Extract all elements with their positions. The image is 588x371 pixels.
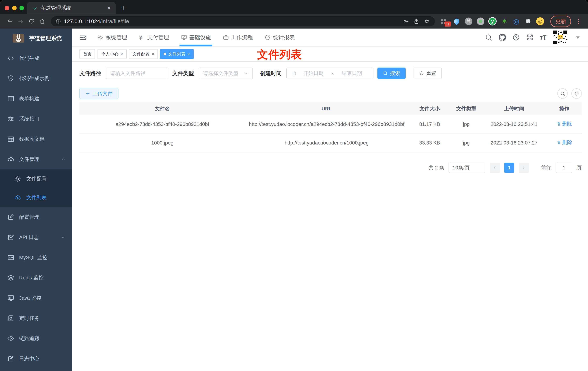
font-size-icon[interactable]: тT bbox=[540, 34, 546, 41]
back-icon[interactable] bbox=[5, 17, 14, 26]
sidebar-item[interactable]: API 日志 bbox=[0, 227, 72, 247]
sidebar-item[interactable]: MySQL 监控 bbox=[0, 247, 72, 268]
browser-window: 芋道管理系统 × + 127.0.0.1:1024/infra/file/fil… bbox=[0, 0, 588, 371]
home-icon[interactable] bbox=[38, 17, 47, 26]
page-content: 文件路径 文件类型 请选择文件类型 创建时间 开始日期 - 结束日期 bbox=[72, 62, 588, 371]
date-range-picker[interactable]: 开始日期 - 结束日期 bbox=[286, 68, 373, 79]
sidebar-item[interactable]: 链路追踪 bbox=[0, 328, 72, 349]
sidebar-item-label: 日志中心 bbox=[19, 355, 72, 362]
refresh-icon bbox=[574, 91, 579, 96]
tag-close-icon[interactable]: × bbox=[151, 52, 154, 56]
top-nav-item[interactable]: 工作流程 bbox=[223, 28, 253, 46]
sidebar-item[interactable]: Java 监控 bbox=[0, 288, 72, 308]
pagination: 共 2 条 10条/页 1 前往 页 bbox=[79, 163, 582, 173]
view-tag[interactable]: 文件配置× bbox=[129, 49, 158, 59]
chrome-update-button[interactable]: 更新 bbox=[550, 16, 571, 27]
new-tab-button[interactable]: + bbox=[121, 4, 126, 12]
table-header-cell: 文件名 bbox=[79, 105, 245, 113]
file-path-input[interactable] bbox=[106, 68, 168, 79]
delete-button[interactable]: 删除 bbox=[556, 138, 572, 147]
tag-label: 个人中心 bbox=[101, 51, 118, 57]
github-icon[interactable] bbox=[499, 34, 506, 41]
maximize-window-button[interactable] bbox=[20, 6, 24, 10]
top-nav-item[interactable]: ¥支付管理 bbox=[139, 28, 169, 46]
gauge-icon bbox=[265, 34, 271, 41]
table-row: a294ecb2-73dd-4353-bf40-296b8931d0bfhttp… bbox=[79, 115, 582, 134]
search-button[interactable]: 搜索 bbox=[378, 68, 406, 79]
tab-close-icon[interactable]: × bbox=[107, 5, 111, 11]
sidebar-item[interactable]: 配置管理 bbox=[0, 207, 72, 227]
refresh-table-button[interactable] bbox=[571, 88, 582, 99]
address-bar[interactable]: 127.0.0.1:1024/infra/file/file bbox=[51, 16, 435, 26]
sidebar-item[interactable]: 定时任务 bbox=[0, 308, 72, 328]
view-tag[interactable]: 个人中心× bbox=[97, 49, 126, 59]
fullscreen-icon[interactable] bbox=[526, 34, 534, 41]
sidebar-item[interactable]: 文件管理 bbox=[0, 149, 72, 170]
sidebar-item[interactable]: 日志中心 bbox=[0, 349, 72, 369]
refresh-icon bbox=[419, 71, 424, 76]
trash-icon bbox=[556, 140, 561, 145]
emoji-extension[interactable]: ☺ bbox=[536, 17, 544, 25]
sidebar-collapse-icon[interactable] bbox=[79, 33, 87, 42]
y-circle-extension[interactable]: y bbox=[488, 17, 497, 25]
top-nav-item[interactable]: 统计报表 bbox=[265, 28, 295, 46]
green-dot-extension[interactable] bbox=[476, 17, 485, 25]
table-header-cell: 文件类型 bbox=[451, 105, 482, 113]
page-1-button[interactable]: 1 bbox=[504, 163, 514, 173]
tag-close-icon[interactable]: × bbox=[120, 52, 123, 56]
toggle-search-button[interactable] bbox=[557, 88, 568, 99]
sidebar-item[interactable]: 代码生成 bbox=[0, 48, 72, 68]
avatar-caret-icon[interactable] bbox=[574, 34, 581, 41]
avatar[interactable] bbox=[553, 30, 568, 45]
app-logo[interactable]: 芋道管理系统 bbox=[0, 29, 72, 48]
puzzle-extension[interactable] bbox=[524, 17, 532, 25]
browser-menu-icon[interactable]: ⋮ bbox=[575, 18, 582, 25]
top-nav-item[interactable]: 基础设施 bbox=[181, 28, 211, 46]
forward-icon[interactable] bbox=[16, 17, 25, 26]
pin-extension[interactable] bbox=[452, 17, 461, 25]
sidebar-subitem[interactable]: 文件列表 bbox=[0, 188, 72, 207]
blue-eye-extension[interactable]: ◎ bbox=[512, 17, 520, 25]
grid-diamond-extension[interactable]: ◆11 bbox=[441, 17, 449, 25]
tab-title: 芋道管理系统 bbox=[41, 4, 104, 11]
reload-icon[interactable] bbox=[27, 17, 36, 26]
sidebar: 芋道管理系统 代码生成代码生成示例表单构建系统接口数据库文档文件管理文件配置文件… bbox=[0, 29, 72, 371]
shield-icon bbox=[7, 75, 14, 82]
help-icon[interactable] bbox=[512, 34, 520, 41]
sidebar-item[interactable]: 数据库文档 bbox=[0, 129, 72, 149]
page-size-select[interactable]: 10条/页 bbox=[449, 163, 485, 173]
delete-button[interactable]: 删除 bbox=[556, 120, 572, 128]
sidebar-item[interactable]: 表单构建 bbox=[0, 88, 72, 109]
chevron-down-icon bbox=[61, 235, 66, 240]
minimize-window-button[interactable] bbox=[12, 6, 17, 10]
filter-form: 文件路径 文件类型 请选择文件类型 创建时间 开始日期 - 结束日期 bbox=[79, 68, 582, 79]
sidebar-item[interactable]: 系统接口 bbox=[0, 109, 72, 129]
sidebar-subitem[interactable]: 文件配置 bbox=[0, 170, 72, 188]
command-extension[interactable]: ⌘ bbox=[464, 17, 473, 25]
prev-page-button[interactable] bbox=[490, 163, 500, 173]
site-info-icon[interactable] bbox=[56, 19, 61, 24]
green-star-extension[interactable]: ✶ bbox=[500, 17, 509, 25]
tags-bar: 首页个人中心×文件配置×文件列表× 文件列表 bbox=[72, 47, 588, 62]
upload-file-button[interactable]: 上传文件 bbox=[79, 88, 118, 99]
bookmark-star-icon[interactable] bbox=[424, 17, 430, 26]
goto-page-input[interactable] bbox=[556, 163, 572, 173]
reset-button[interactable]: 重置 bbox=[414, 68, 442, 79]
view-tag[interactable]: 文件列表× bbox=[160, 49, 193, 59]
next-page-button[interactable] bbox=[519, 163, 529, 173]
sidebar-item-label: MySQL 监控 bbox=[19, 254, 72, 261]
sidebar-item[interactable]: Redis 监控 bbox=[0, 268, 72, 288]
favicon bbox=[32, 5, 38, 11]
top-nav-item[interactable]: 系统管理 bbox=[97, 28, 127, 46]
sidebar-item[interactable]: 代码生成示例 bbox=[0, 68, 72, 88]
file-type-select[interactable]: 请选择文件类型 bbox=[199, 68, 253, 79]
password-key-icon[interactable] bbox=[403, 17, 409, 26]
browser-tab[interactable]: 芋道管理系统 × bbox=[27, 2, 116, 14]
close-window-button[interactable] bbox=[5, 6, 9, 10]
share-icon[interactable] bbox=[413, 17, 420, 26]
tag-close-icon[interactable]: × bbox=[187, 52, 190, 56]
search-icon[interactable] bbox=[485, 34, 493, 41]
edit-note-icon bbox=[7, 234, 14, 241]
tag-label: 首页 bbox=[83, 51, 92, 57]
view-tag[interactable]: 首页 bbox=[79, 49, 95, 59]
